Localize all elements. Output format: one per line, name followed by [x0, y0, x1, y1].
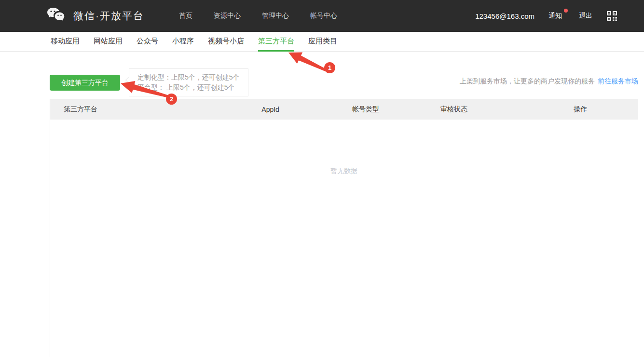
column-header-account-type: 帐号类型: [339, 105, 427, 114]
brand: 微信·开放平台: [46, 7, 144, 25]
column-header-appid: AppId: [248, 106, 339, 113]
tab-mini-program[interactable]: 小程序: [172, 32, 194, 52]
service-market-text: 上架到服务市场，让更多的商户发现你的服务: [460, 77, 595, 85]
table-body: 暂无数据: [50, 120, 638, 357]
tooltip-left-caret: [125, 77, 132, 83]
topbar: 微信·开放平台 首页 资源中心 管理中心 帐号中心 123456@163.com…: [0, 0, 644, 32]
app-type-tabbar: 移动应用 网站应用 公众号 小程序 视频号小店 第三方平台 应用类目: [0, 32, 644, 52]
service-market-promo: 上架到服务市场，让更多的商户发现你的服务前往服务市场: [460, 77, 638, 86]
logout-link[interactable]: 退出: [579, 12, 592, 20]
quota-line-custom: 定制化型：上限5个，还可创建5个: [137, 72, 240, 82]
topnav-item-account[interactable]: 帐号中心: [310, 12, 337, 20]
topnav: 首页 资源中心 管理中心 帐号中心: [179, 12, 337, 20]
topbar-account-area: 123456@163.com 通知 退出: [475, 11, 617, 22]
annotation-arrow-1: [288, 52, 327, 71]
notification-red-dot: [564, 9, 568, 13]
column-header-platform: 第三方平台: [50, 105, 248, 114]
qr-code-icon[interactable]: [606, 11, 617, 22]
quota-line-platform: 平台型： 上限5个，还可创建5个: [137, 82, 240, 93]
column-header-review-status: 审核状态: [427, 105, 561, 114]
page-title: 微信·开放平台: [73, 9, 144, 23]
annotation-badge-1: 1: [324, 62, 335, 73]
column-header-actions: 操作: [560, 105, 638, 114]
topnav-item-resources[interactable]: 资源中心: [214, 12, 241, 20]
tab-mobile-app[interactable]: 移动应用: [51, 32, 80, 52]
third-party-platform-table: 第三方平台 AppId 帐号类型 审核状态 操作 暂无数据: [50, 99, 638, 357]
tab-third-party-platform[interactable]: 第三方平台: [258, 32, 294, 52]
topnav-item-management[interactable]: 管理中心: [262, 12, 289, 20]
notice-link[interactable]: 通知: [548, 12, 565, 20]
tab-app-category[interactable]: 应用类目: [308, 32, 337, 52]
empty-state-text: 暂无数据: [50, 167, 638, 175]
table-header-row: 第三方平台 AppId 帐号类型 审核状态 操作: [50, 99, 638, 120]
wechat-open-platform-page: 微信·开放平台 首页 资源中心 管理中心 帐号中心 123456@163.com…: [0, 0, 644, 364]
tab-channels-shop[interactable]: 视频号小店: [208, 32, 244, 52]
go-to-service-market-link[interactable]: 前往服务市场: [598, 77, 638, 85]
account-email: 123456@163.com: [475, 12, 534, 20]
create-third-party-platform-button[interactable]: 创建第三方平台: [50, 75, 120, 91]
notice-label: 通知: [548, 12, 562, 19]
wechat-logo-icon: [46, 7, 67, 25]
quota-tooltip: 定制化型：上限5个，还可创建5个 平台型： 上限5个，还可创建5个: [129, 68, 248, 96]
topnav-item-home[interactable]: 首页: [179, 12, 192, 20]
tab-website-app[interactable]: 网站应用: [94, 32, 123, 52]
tab-official-account[interactable]: 公众号: [137, 32, 158, 52]
